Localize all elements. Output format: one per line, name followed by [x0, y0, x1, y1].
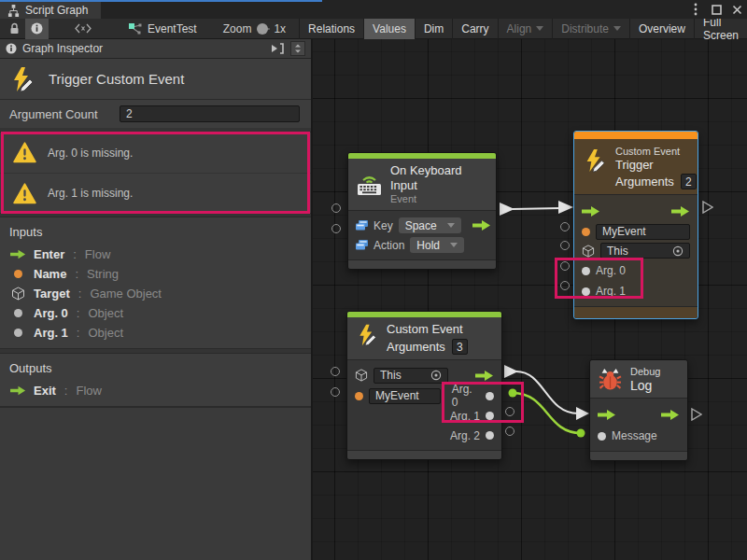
flow-in-port[interactable]: [598, 409, 616, 421]
arg1-out-port[interactable]: [486, 412, 494, 420]
wire-keyboard-to-trigger: [513, 208, 561, 209]
outputs-section: Outputs Exit:Flow: [0, 353, 311, 407]
action-dropdown[interactable]: Hold: [410, 237, 464, 253]
arg1-port[interactable]: [582, 287, 590, 296]
values-button[interactable]: Values: [363, 19, 415, 39]
relations-button[interactable]: Relations: [299, 19, 363, 39]
overview-button[interactable]: Overview: [629, 19, 694, 39]
arg0-in-port[interactable]: [560, 261, 570, 271]
node-footer: [347, 450, 501, 459]
info-icon: [6, 43, 17, 54]
full-screen-button[interactable]: Full Screen: [694, 19, 747, 39]
node-footer: [348, 259, 496, 269]
warning-row: Arg. 1 is missing.: [0, 173, 311, 213]
key-dropdown[interactable]: Space: [399, 217, 461, 233]
arguments-label: Arguments: [387, 340, 445, 355]
node-title: Custom Event: [387, 322, 468, 337]
inspector-toggle-button[interactable]: [25, 19, 49, 39]
arg1-in-port[interactable]: [560, 281, 570, 290]
arg0-port[interactable]: [582, 267, 590, 275]
flow-out-port[interactable]: [472, 219, 491, 231]
graph-canvas[interactable]: On Keyboard Input Event Key Space: [313, 39, 747, 560]
argument-count-row: Argument Count 2: [0, 100, 311, 128]
action-label: Action: [374, 239, 404, 252]
flow-out-port[interactable]: [475, 370, 494, 382]
node-footer: [574, 306, 698, 318]
target-port-cube-icon[interactable]: [582, 245, 595, 258]
carry-button[interactable]: Carry: [452, 19, 497, 39]
node-title: Log: [630, 378, 660, 393]
name-port[interactable]: [355, 392, 363, 400]
align-dropdown[interactable]: Align: [498, 19, 553, 39]
arguments-count-field[interactable]: 3: [452, 339, 468, 355]
message-port[interactable]: [598, 432, 606, 441]
code-preview-button[interactable]: [69, 19, 97, 39]
bug-icon: [599, 368, 622, 391]
flow-out-port[interactable]: [671, 205, 690, 217]
name-in-port[interactable]: [560, 222, 570, 231]
name-port[interactable]: [582, 228, 590, 236]
node-on-keyboard-input[interactable]: On Keyboard Input Event Key Space: [347, 152, 497, 270]
zoom-scale-value: 1x: [274, 22, 286, 35]
node-debug-log[interactable]: Debug Log Message: [589, 359, 688, 461]
lock-icon: [9, 22, 20, 35]
dim-button[interactable]: Dim: [415, 19, 452, 39]
custom-event-icon: [356, 324, 378, 346]
unit-title: Trigger Custom Event: [49, 71, 184, 87]
flow-continue-triangle: [691, 408, 702, 425]
node-trigger-custom-event[interactable]: Custom Event Trigger Arguments 2: [573, 131, 698, 319]
node-custom-event[interactable]: Custom Event Arguments 3 This: [346, 311, 502, 460]
close-icon[interactable]: [730, 3, 743, 16]
flow-out-port[interactable]: [661, 409, 680, 421]
warning-icon: [13, 142, 36, 163]
menu-kebab-icon[interactable]: [689, 3, 702, 16]
toolbar-toggle-group: Relations Values Dim Carry Align Distrib…: [299, 19, 747, 39]
warnings-section: Arg. 0 is missing. Arg. 1 is missing.: [0, 132, 311, 214]
arg0-label: Arg. 0: [452, 383, 480, 409]
key-in-port[interactable]: [331, 203, 341, 213]
input-field-icon: [356, 240, 368, 250]
warning-row: Arg. 0 is missing.: [0, 133, 311, 173]
string-port-icon: [9, 270, 26, 278]
inputs-title: Inputs: [0, 221, 311, 245]
graph-breadcrumb[interactable]: EventTest: [129, 22, 197, 35]
target-port-cube-icon[interactable]: [355, 369, 368, 382]
arg2-label: Arg. 2: [450, 429, 480, 442]
wire-customevent-to-debug: [516, 371, 578, 413]
graph-inspector-panel: Graph Inspector Trigger Custom Event Arg…: [0, 39, 313, 560]
argument-count-field[interactable]: 2: [120, 105, 300, 122]
action-in-port[interactable]: [331, 224, 341, 233]
arg0-out-port[interactable]: [486, 392, 494, 400]
target-field[interactable]: This: [374, 368, 448, 384]
flow-in-port[interactable]: [582, 205, 600, 217]
chevron-down-icon: [450, 243, 458, 247]
custom-event-trigger-icon: [9, 66, 35, 92]
arg2-out-port[interactable]: [486, 431, 494, 440]
event-name-field[interactable]: MyEvent: [369, 388, 441, 404]
panel-spinner[interactable]: [290, 41, 305, 56]
name-in-port[interactable]: [331, 387, 340, 397]
target-field[interactable]: This: [600, 243, 690, 259]
arg1-outer-port[interactable]: [505, 407, 514, 416]
object-picker-icon[interactable]: [430, 370, 442, 381]
arguments-count-field[interactable]: 2: [681, 174, 697, 189]
arg2-outer-port[interactable]: [505, 427, 514, 436]
target-in-port[interactable]: [331, 367, 340, 376]
distribute-dropdown[interactable]: Distribute: [552, 19, 629, 39]
dock-panel-icon[interactable]: [271, 43, 285, 54]
cube-icon: [9, 287, 26, 301]
graph-inspector-title: Graph Inspector: [22, 42, 103, 55]
distribute-label: Distribute: [561, 22, 609, 35]
event-name-field[interactable]: MyEvent: [596, 224, 690, 240]
chevron-down-icon: [613, 26, 621, 31]
zoom-slider-knob[interactable]: [257, 23, 268, 35]
tab-script-graph[interactable]: Script Graph: [0, 2, 101, 19]
maximize-icon[interactable]: [710, 3, 723, 16]
object-picker-icon[interactable]: [672, 245, 684, 257]
zoom-slider[interactable]: [261, 19, 270, 39]
inputs-section: Inputs Enter:Flow Name:String Target:Gam…: [0, 217, 311, 349]
target-in-port[interactable]: [560, 241, 570, 250]
lock-button[interactable]: [4, 19, 25, 39]
message-label: Message: [612, 429, 657, 442]
graph-inspector-header: Graph Inspector: [0, 39, 311, 59]
